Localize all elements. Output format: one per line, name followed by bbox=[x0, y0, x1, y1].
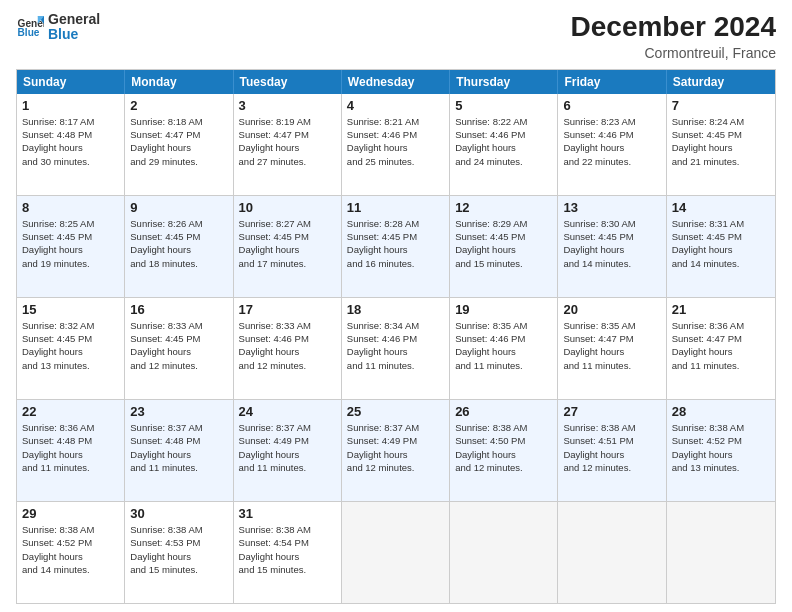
day-number: 16 bbox=[130, 302, 227, 317]
daylight-detail: and 12 minutes. bbox=[130, 360, 198, 371]
calendar-cell: 29Sunrise: 8:38 AMSunset: 4:52 PMDayligh… bbox=[17, 502, 125, 603]
daylight-detail: and 29 minutes. bbox=[130, 156, 198, 167]
day-info: Sunrise: 8:26 AMSunset: 4:45 PMDaylight … bbox=[130, 217, 227, 270]
daylight-detail: and 24 minutes. bbox=[455, 156, 523, 167]
calendar-cell: 9Sunrise: 8:26 AMSunset: 4:45 PMDaylight… bbox=[125, 196, 233, 297]
calendar-cell: 25Sunrise: 8:37 AMSunset: 4:49 PMDayligh… bbox=[342, 400, 450, 501]
calendar-cell: 5Sunrise: 8:22 AMSunset: 4:46 PMDaylight… bbox=[450, 94, 558, 195]
sunset-text: Sunset: 4:50 PM bbox=[455, 435, 525, 446]
sunset-text: Sunset: 4:45 PM bbox=[130, 333, 200, 344]
daylight-text: Daylight hours bbox=[563, 449, 624, 460]
sunset-text: Sunset: 4:49 PM bbox=[239, 435, 309, 446]
day-info: Sunrise: 8:24 AMSunset: 4:45 PMDaylight … bbox=[672, 115, 770, 168]
subtitle: Cormontreuil, France bbox=[571, 45, 776, 61]
day-number: 21 bbox=[672, 302, 770, 317]
calendar-cell: 12Sunrise: 8:29 AMSunset: 4:45 PMDayligh… bbox=[450, 196, 558, 297]
daylight-text: Daylight hours bbox=[455, 142, 516, 153]
calendar-cell: 11Sunrise: 8:28 AMSunset: 4:45 PMDayligh… bbox=[342, 196, 450, 297]
sunset-text: Sunset: 4:45 PM bbox=[130, 231, 200, 242]
calendar-week: 29Sunrise: 8:38 AMSunset: 4:52 PMDayligh… bbox=[17, 502, 775, 603]
sunrise-text: Sunrise: 8:19 AM bbox=[239, 116, 311, 127]
day-of-week-header: Sunday bbox=[17, 70, 125, 94]
day-number: 31 bbox=[239, 506, 336, 521]
daylight-text: Daylight hours bbox=[672, 244, 733, 255]
day-info: Sunrise: 8:35 AMSunset: 4:47 PMDaylight … bbox=[563, 319, 660, 372]
logo-line2: Blue bbox=[48, 27, 100, 42]
day-info: Sunrise: 8:29 AMSunset: 4:45 PMDaylight … bbox=[455, 217, 552, 270]
day-info: Sunrise: 8:34 AMSunset: 4:46 PMDaylight … bbox=[347, 319, 444, 372]
calendar-cell: 27Sunrise: 8:38 AMSunset: 4:51 PMDayligh… bbox=[558, 400, 666, 501]
sunset-text: Sunset: 4:45 PM bbox=[672, 129, 742, 140]
daylight-detail: and 15 minutes. bbox=[239, 564, 307, 575]
daylight-detail: and 14 minutes. bbox=[563, 258, 631, 269]
sunrise-text: Sunrise: 8:28 AM bbox=[347, 218, 419, 229]
daylight-detail: and 13 minutes. bbox=[672, 462, 740, 473]
sunset-text: Sunset: 4:47 PM bbox=[239, 129, 309, 140]
sunrise-text: Sunrise: 8:38 AM bbox=[563, 422, 635, 433]
sunset-text: Sunset: 4:48 PM bbox=[22, 129, 92, 140]
sunrise-text: Sunrise: 8:22 AM bbox=[455, 116, 527, 127]
sunrise-text: Sunrise: 8:37 AM bbox=[347, 422, 419, 433]
day-number: 20 bbox=[563, 302, 660, 317]
daylight-text: Daylight hours bbox=[455, 346, 516, 357]
day-number: 8 bbox=[22, 200, 119, 215]
daylight-text: Daylight hours bbox=[130, 244, 191, 255]
calendar-cell bbox=[667, 502, 775, 603]
daylight-text: Daylight hours bbox=[239, 551, 300, 562]
calendar-cell: 13Sunrise: 8:30 AMSunset: 4:45 PMDayligh… bbox=[558, 196, 666, 297]
page: General Blue General Blue December 2024 … bbox=[0, 0, 792, 612]
daylight-text: Daylight hours bbox=[22, 244, 83, 255]
calendar-cell: 30Sunrise: 8:38 AMSunset: 4:53 PMDayligh… bbox=[125, 502, 233, 603]
sunrise-text: Sunrise: 8:37 AM bbox=[130, 422, 202, 433]
daylight-detail: and 15 minutes. bbox=[455, 258, 523, 269]
day-info: Sunrise: 8:31 AMSunset: 4:45 PMDaylight … bbox=[672, 217, 770, 270]
calendar-cell: 14Sunrise: 8:31 AMSunset: 4:45 PMDayligh… bbox=[667, 196, 775, 297]
calendar-cell: 17Sunrise: 8:33 AMSunset: 4:46 PMDayligh… bbox=[234, 298, 342, 399]
daylight-detail: and 22 minutes. bbox=[563, 156, 631, 167]
logo: General Blue General Blue bbox=[16, 12, 100, 43]
day-number: 12 bbox=[455, 200, 552, 215]
daylight-detail: and 17 minutes. bbox=[239, 258, 307, 269]
calendar-cell: 3Sunrise: 8:19 AMSunset: 4:47 PMDaylight… bbox=[234, 94, 342, 195]
day-number: 28 bbox=[672, 404, 770, 419]
daylight-detail: and 13 minutes. bbox=[22, 360, 90, 371]
daylight-detail: and 11 minutes. bbox=[239, 462, 307, 473]
calendar-week: 1Sunrise: 8:17 AMSunset: 4:48 PMDaylight… bbox=[17, 94, 775, 196]
day-info: Sunrise: 8:38 AMSunset: 4:54 PMDaylight … bbox=[239, 523, 336, 576]
day-number: 30 bbox=[130, 506, 227, 521]
calendar-cell: 18Sunrise: 8:34 AMSunset: 4:46 PMDayligh… bbox=[342, 298, 450, 399]
sunrise-text: Sunrise: 8:35 AM bbox=[455, 320, 527, 331]
daylight-detail: and 11 minutes. bbox=[455, 360, 523, 371]
sunset-text: Sunset: 4:46 PM bbox=[347, 333, 417, 344]
main-title: December 2024 bbox=[571, 12, 776, 43]
day-number: 6 bbox=[563, 98, 660, 113]
sunset-text: Sunset: 4:45 PM bbox=[22, 333, 92, 344]
day-number: 17 bbox=[239, 302, 336, 317]
daylight-text: Daylight hours bbox=[239, 244, 300, 255]
day-number: 29 bbox=[22, 506, 119, 521]
sunset-text: Sunset: 4:45 PM bbox=[239, 231, 309, 242]
sunset-text: Sunset: 4:52 PM bbox=[22, 537, 92, 548]
sunrise-text: Sunrise: 8:23 AM bbox=[563, 116, 635, 127]
calendar-cell bbox=[558, 502, 666, 603]
day-number: 22 bbox=[22, 404, 119, 419]
sunrise-text: Sunrise: 8:33 AM bbox=[130, 320, 202, 331]
daylight-text: Daylight hours bbox=[672, 142, 733, 153]
sunrise-text: Sunrise: 8:31 AM bbox=[672, 218, 744, 229]
daylight-text: Daylight hours bbox=[455, 449, 516, 460]
day-info: Sunrise: 8:32 AMSunset: 4:45 PMDaylight … bbox=[22, 319, 119, 372]
daylight-detail: and 12 minutes. bbox=[239, 360, 307, 371]
sunrise-text: Sunrise: 8:38 AM bbox=[239, 524, 311, 535]
day-number: 7 bbox=[672, 98, 770, 113]
day-info: Sunrise: 8:30 AMSunset: 4:45 PMDaylight … bbox=[563, 217, 660, 270]
calendar-cell: 16Sunrise: 8:33 AMSunset: 4:45 PMDayligh… bbox=[125, 298, 233, 399]
day-number: 27 bbox=[563, 404, 660, 419]
sunrise-text: Sunrise: 8:26 AM bbox=[130, 218, 202, 229]
day-of-week-header: Thursday bbox=[450, 70, 558, 94]
day-info: Sunrise: 8:38 AMSunset: 4:52 PMDaylight … bbox=[672, 421, 770, 474]
daylight-text: Daylight hours bbox=[22, 346, 83, 357]
daylight-text: Daylight hours bbox=[239, 346, 300, 357]
calendar-body: 1Sunrise: 8:17 AMSunset: 4:48 PMDaylight… bbox=[17, 94, 775, 603]
day-number: 18 bbox=[347, 302, 444, 317]
calendar-cell: 28Sunrise: 8:38 AMSunset: 4:52 PMDayligh… bbox=[667, 400, 775, 501]
